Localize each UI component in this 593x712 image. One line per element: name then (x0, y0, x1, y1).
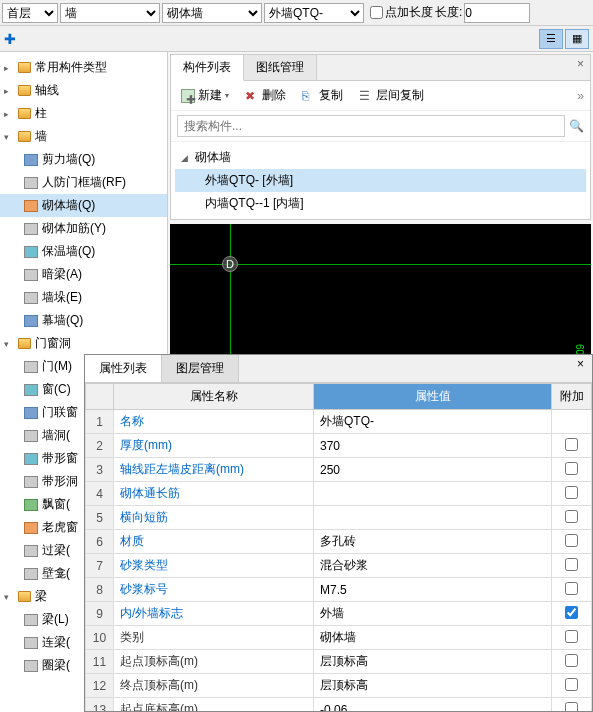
property-row[interactable]: 11起点顶标高(m)层顶标高 (86, 650, 592, 674)
new-button[interactable]: 新建▾ (177, 85, 233, 106)
list-item[interactable]: 内墙QTQ--1 [内墙] (175, 192, 586, 215)
search-icon[interactable]: 🔍 (569, 119, 584, 133)
add-checkbox[interactable] (565, 534, 578, 547)
component-list-panel: 构件列表 图纸管理 × 新建▾ ✖删除 ⎘复制 ☰层间复制 » 🔍 ◢砌体墙 外… (170, 54, 591, 220)
add-icon[interactable]: ✚ (4, 31, 16, 47)
tree-common-types[interactable]: ▸常用构件类型 (0, 56, 167, 79)
point-add-checkbox[interactable] (370, 6, 383, 19)
top-toolbar: 首层 墙 砌体墙 外墙QTQ- 点加长度 长度: (0, 0, 593, 26)
property-row[interactable]: 12终点顶标高(m)层顶标高 (86, 674, 592, 698)
property-row[interactable]: 13起点底标高(m)-0.06 (86, 698, 592, 712)
floor-select[interactable]: 首层 (2, 3, 58, 23)
second-toolbar: ✚ ☰ ▦ (0, 26, 593, 52)
tree-item[interactable]: 砌体墙(Q) (0, 194, 167, 217)
add-checkbox[interactable] (565, 438, 578, 451)
property-row[interactable]: 1名称外墙QTQ- (86, 410, 592, 434)
property-row[interactable]: 9内/外墙标志外墙 (86, 602, 592, 626)
search-input[interactable] (177, 115, 565, 137)
add-checkbox[interactable] (565, 510, 578, 523)
component-list: ◢砌体墙 外墙QTQ- [外墙]内墙QTQ--1 [内墙] (171, 142, 590, 219)
tree-item[interactable]: 保温墙(Q) (0, 240, 167, 263)
add-checkbox[interactable] (565, 678, 578, 691)
property-row[interactable]: 7砂浆类型混合砂浆 (86, 554, 592, 578)
property-row[interactable]: 10类别砌体墙 (86, 626, 592, 650)
add-checkbox[interactable] (565, 654, 578, 667)
add-checkbox[interactable] (565, 582, 578, 595)
view-list-button[interactable]: ☰ (539, 29, 563, 49)
add-checkbox[interactable] (565, 630, 578, 643)
close-icon[interactable]: × (571, 55, 590, 80)
point-add-label: 点加长度 (385, 4, 433, 21)
tree-wall[interactable]: ▾墙 (0, 125, 167, 148)
property-row[interactable]: 2厚度(mm)370 (86, 434, 592, 458)
add-checkbox[interactable] (565, 606, 578, 619)
property-row[interactable]: 4砌体通长筋 (86, 482, 592, 506)
tree-item[interactable]: 人防门框墙(RF) (0, 171, 167, 194)
component-select[interactable]: 外墙QTQ- (264, 3, 364, 23)
property-row[interactable]: 8砂浆标号M7.5 (86, 578, 592, 602)
list-root[interactable]: ◢砌体墙 (175, 146, 586, 169)
layer-copy-button[interactable]: ☰层间复制 (355, 85, 428, 106)
col-add: 附加 (552, 384, 592, 410)
col-value: 属性值 (314, 384, 552, 410)
more-icon[interactable]: » (577, 89, 584, 103)
tree-item[interactable]: 暗梁(A) (0, 263, 167, 286)
category2-select[interactable]: 砌体墙 (162, 3, 262, 23)
tab-layer-manage[interactable]: 图层管理 (162, 355, 239, 382)
close-icon[interactable]: × (569, 355, 592, 382)
length-label: 长度: (435, 4, 462, 21)
category1-select[interactable]: 墙 (60, 3, 160, 23)
list-item[interactable]: 外墙QTQ- [外墙] (175, 169, 586, 192)
tab-drawing-manage[interactable]: 图纸管理 (244, 55, 317, 80)
copy-button[interactable]: ⎘复制 (298, 85, 347, 106)
tree-column[interactable]: ▸柱 (0, 102, 167, 125)
add-checkbox[interactable] (565, 486, 578, 499)
tree-item[interactable]: 幕墙(Q) (0, 309, 167, 332)
length-input[interactable] (464, 3, 530, 23)
tab-component-list[interactable]: 构件列表 (171, 55, 244, 81)
point-add-length[interactable]: 点加长度 (370, 4, 433, 21)
tree-item[interactable]: 砌体加筋(Y) (0, 217, 167, 240)
tree-door-window[interactable]: ▾门窗洞 (0, 332, 167, 355)
property-panel: 属性列表 图层管理 × 属性名称 属性值 附加 1名称外墙QTQ-2厚度(mm)… (84, 354, 593, 712)
tab-properties[interactable]: 属性列表 (85, 355, 162, 382)
property-row[interactable]: 6材质多孔砖 (86, 530, 592, 554)
col-name: 属性名称 (114, 384, 314, 410)
tree-axis[interactable]: ▸轴线 (0, 79, 167, 102)
property-row[interactable]: 5横向短筋 (86, 506, 592, 530)
add-checkbox[interactable] (565, 462, 578, 475)
add-checkbox[interactable] (565, 702, 578, 712)
add-checkbox[interactable] (565, 558, 578, 571)
tree-item[interactable]: 墙垛(E) (0, 286, 167, 309)
property-table: 属性名称 属性值 附加 1名称外墙QTQ-2厚度(mm)3703轴线距左墙皮距离… (85, 383, 592, 711)
tree-item[interactable]: 剪力墙(Q) (0, 148, 167, 171)
delete-button[interactable]: ✖删除 (241, 85, 290, 106)
axis-label-d: D (222, 256, 238, 272)
view-grid-button[interactable]: ▦ (565, 29, 589, 49)
property-row[interactable]: 3轴线距左墙皮距离(mm)250 (86, 458, 592, 482)
